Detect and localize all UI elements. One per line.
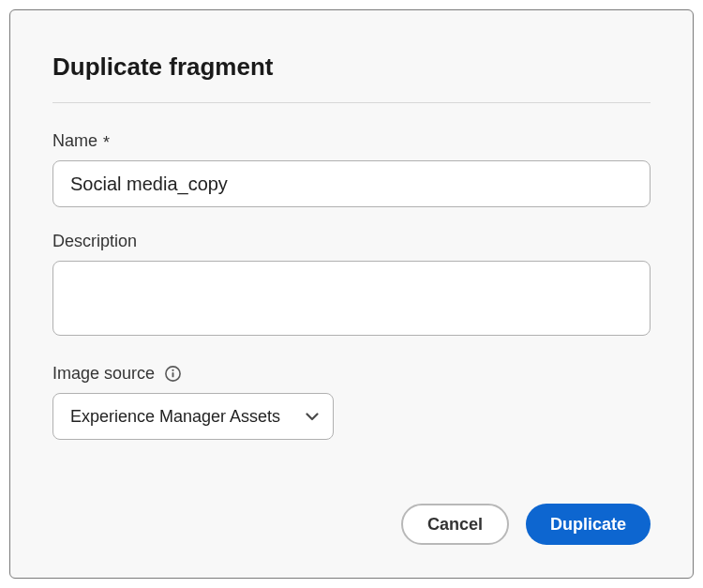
name-label: Name * (52, 131, 651, 151)
image-source-label-text: Image source (52, 364, 155, 384)
image-source-field: Image source Experience Manager Assets (52, 364, 651, 440)
dialog-buttons: Cancel Duplicate (52, 504, 651, 545)
info-icon[interactable] (164, 366, 181, 383)
image-source-label: Image source (52, 364, 651, 384)
required-asterisk: * (103, 133, 110, 153)
cancel-button[interactable]: Cancel (401, 504, 509, 545)
description-input[interactable] (52, 261, 651, 336)
image-source-selected-value: Experience Manager Assets (70, 407, 280, 427)
description-field: Description (52, 232, 651, 339)
description-label: Description (52, 232, 651, 251)
duplicate-fragment-dialog: Duplicate fragment Name * Description Im… (9, 9, 694, 579)
name-label-text: Name (52, 131, 97, 151)
dialog-title: Duplicate fragment (52, 53, 651, 82)
svg-point-1 (172, 369, 173, 371)
divider (52, 102, 651, 103)
duplicate-button[interactable]: Duplicate (526, 504, 651, 545)
name-input[interactable] (52, 160, 651, 207)
svg-rect-2 (172, 372, 173, 377)
name-field: Name * (52, 131, 651, 207)
image-source-select[interactable]: Experience Manager Assets (52, 393, 334, 440)
image-source-select-wrapper: Experience Manager Assets (52, 393, 334, 440)
